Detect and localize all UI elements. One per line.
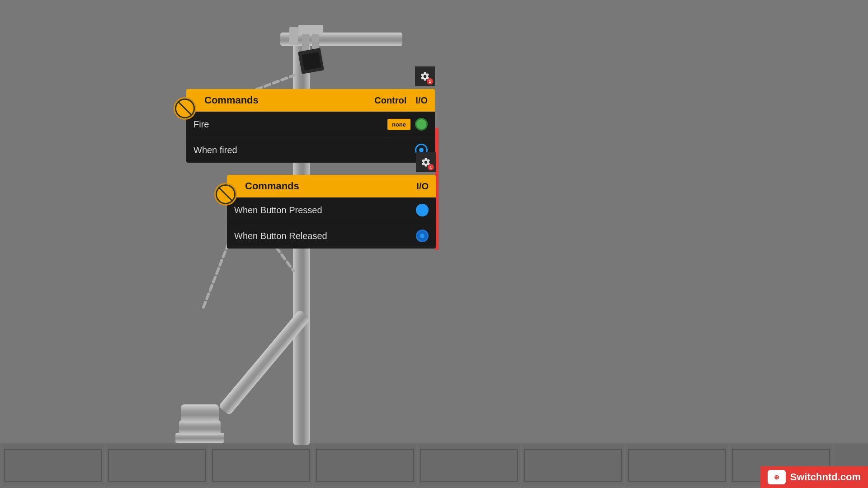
panel-row-fire: Fire none [186, 112, 435, 137]
gear-button-2[interactable]: 1 [416, 152, 436, 172]
panel-header-1: Commands Control I/O [186, 89, 435, 112]
svg-rect-10 [418, 445, 520, 486]
svg-rect-8 [314, 445, 416, 486]
svg-rect-25 [298, 48, 324, 74]
button-released-label: When Button Released [234, 231, 327, 241]
panel-header-2: Commands I/O [227, 175, 436, 197]
panel-row-button-pressed: When Button Pressed [227, 197, 436, 223]
green-dot-fire[interactable] [415, 118, 428, 131]
panel-title-1: Commands [193, 94, 259, 106]
svg-rect-22 [298, 25, 323, 34]
gear-button-1[interactable]: 1 [415, 66, 435, 86]
gear-badge-2: 1 [428, 164, 434, 170]
svg-rect-14 [626, 445, 728, 486]
blue-dot-pressed[interactable] [416, 204, 429, 216]
when-fired-label: When fired [193, 145, 237, 155]
panel-tab-io-2[interactable]: I/O [416, 181, 429, 192]
panel-body-2: Commands I/O When Button Pressed When Bu… [227, 175, 436, 249]
panel-title-2: Commands [234, 180, 299, 192]
svg-rect-7 [212, 450, 310, 481]
button-pressed-label: When Button Pressed [234, 205, 322, 216]
panel-row-button-released: When Button Released [227, 223, 436, 249]
svg-rect-1 [0, 443, 868, 488]
panel-tab-io-1[interactable]: I/O [415, 95, 428, 106]
button-released-controls [416, 230, 429, 242]
svg-rect-4 [106, 445, 208, 486]
blue-dot-released[interactable] [416, 230, 429, 242]
panel-tabs-1: Control I/O [374, 95, 428, 106]
panel-2: 1 Commands I/O When Button Pressed When … [227, 175, 436, 249]
gear-badge-1: 1 [427, 78, 433, 84]
svg-rect-5 [108, 450, 206, 481]
fire-label: Fire [193, 119, 209, 130]
panel-row-when-fired: When fired [186, 137, 435, 163]
nintendo-logo: ⊕ [768, 470, 786, 484]
no-icon-1 [175, 99, 195, 118]
svg-rect-6 [210, 445, 312, 486]
fire-controls: none [387, 118, 428, 131]
panel-tabs-2: I/O [416, 181, 429, 192]
panel-icon-1 [174, 97, 196, 120]
svg-rect-33 [181, 404, 219, 422]
svg-rect-24 [312, 34, 319, 56]
svg-rect-2 [2, 445, 104, 486]
svg-rect-31 [175, 433, 224, 443]
svg-rect-13 [524, 450, 622, 481]
svg-rect-21 [289, 27, 298, 45]
none-badge[interactable]: none [387, 119, 410, 130]
panel-1: 1 Commands Control I/O Fire none When fi… [186, 89, 435, 163]
svg-rect-11 [420, 450, 518, 481]
svg-rect-12 [522, 445, 624, 486]
panel-tab-control[interactable]: Control [374, 95, 406, 106]
svg-rect-26 [302, 52, 321, 70]
button-pressed-controls [416, 204, 429, 216]
no-icon-2 [216, 184, 236, 204]
svg-rect-20 [280, 33, 402, 46]
svg-rect-3 [5, 450, 102, 481]
panel-icon-2 [214, 183, 237, 206]
svg-rect-23 [302, 34, 309, 61]
watermark-text: Switchntd.com [790, 471, 861, 483]
watermark: ⊕ Switchntd.com [760, 466, 868, 488]
svg-rect-32 [179, 420, 221, 435]
panel-body-1: Commands Control I/O Fire none When fire… [186, 89, 435, 163]
svg-rect-34 [218, 310, 311, 416]
svg-rect-9 [316, 450, 414, 481]
svg-rect-15 [628, 450, 726, 481]
